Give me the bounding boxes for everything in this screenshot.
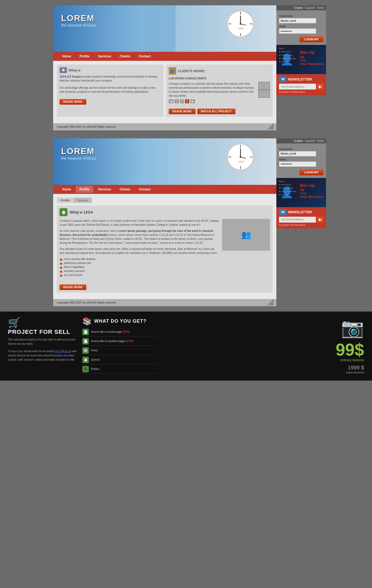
email-icon-2: ✉ xyxy=(279,209,286,215)
menu-item-3-2[interactable]: ● Cash Properties xyxy=(279,190,296,193)
banner-text-block-2: LOREM the measure of focus xyxy=(61,146,96,160)
svg-text:12GA: 12GA xyxy=(238,160,244,163)
profile-header: 📋 Witaj w 12GA xyxy=(60,208,270,216)
sale-left: 🛒 PROJECT FOR SELL This web layout proje… xyxy=(8,317,77,362)
read-more-1-button[interactable]: READE MORE xyxy=(60,99,86,105)
password-input-1[interactable] xyxy=(279,28,316,34)
nav-clients-2[interactable]: Clients xyxy=(116,186,134,193)
lang-english-1[interactable]: English xyxy=(294,6,303,9)
witaj-panel: 🖥 Witaj w 12GA (12 Gauge) provides busin… xyxy=(57,65,163,117)
nav-home-2[interactable]: Home xyxy=(58,186,75,193)
clients-text: Chicago Locations is a premier site that… xyxy=(169,82,256,98)
newsletter-submit-2[interactable]: ▶ xyxy=(317,217,323,223)
sale-middle: 📚 WHAT DO YOU GET? 📄 Source files to hom… xyxy=(82,317,157,375)
lang-espanol-2[interactable]: Espanol xyxy=(305,139,315,142)
lang-espanol-1[interactable]: Espanol xyxy=(305,6,315,9)
what-item-4-icon: 📋 xyxy=(82,357,89,363)
newsletter-email-1[interactable] xyxy=(279,84,316,90)
newsletter-email-2[interactable] xyxy=(279,217,316,223)
tab-profile[interactable]: Profile xyxy=(57,198,73,203)
prev-page[interactable]: ◀ xyxy=(169,99,174,103)
username-input-2[interactable] xyxy=(279,151,316,156)
nav-services[interactable]: Services xyxy=(94,53,115,60)
clock-decoration: 12GA xyxy=(226,9,255,39)
svg-text:12GA: 12GA xyxy=(238,27,244,30)
banner-subtitle: the measure of focus xyxy=(61,23,96,27)
bullet-item-2: publishing software like xyxy=(60,261,270,265)
newsletter-sub-2: a premier site that allows xyxy=(279,224,323,226)
sale-email-link[interactable]: hpc19@o2.pl xyxy=(55,350,70,353)
menu-item-2-2[interactable]: ● Local Listing xyxy=(279,186,296,190)
camera-icon: 📷 xyxy=(162,317,364,339)
what-item-2: 📄 Source files to another pages (PSD) xyxy=(82,338,157,346)
what-item-1-icon: 📄 xyxy=(82,329,89,335)
hero-banner: LOREM the measure of focus xyxy=(53,5,276,52)
promo-line1: Rev Up xyxy=(300,50,324,55)
email-icon-1: ✉ xyxy=(279,76,286,82)
password-label-1: Hasło: xyxy=(279,25,323,28)
newsletter-2: ✉ NEWSLETTER ▶ a premier site that allow… xyxy=(276,207,326,228)
lang-polski-1[interactable]: Polski xyxy=(317,6,324,9)
menu-item-1[interactable]: ● Total News xyxy=(279,50,296,54)
clients-heading: 👥 CLIENTS WORK: xyxy=(169,67,270,75)
nav-services-2[interactable]: Services xyxy=(94,186,115,193)
login-button-2[interactable]: LOGIN MY xyxy=(299,169,323,175)
clients-panel: 👥 CLIENTS WORK: LOCATION CONSULTANTS Chi… xyxy=(166,65,273,117)
promo-line2: Up xyxy=(300,55,324,59)
banner-text-block: LOREM the measure of focus xyxy=(61,13,96,27)
bullet-item-1: more recently with desktop xyxy=(60,257,270,261)
menu-item-3[interactable]: ● Cash Properties xyxy=(279,57,296,61)
newsletter-1: ✉ NEWSLETTER ▶ a premier site that allow… xyxy=(276,74,326,95)
witaj-heading: 🖥 Witaj w xyxy=(60,67,161,73)
tab-services[interactable]: Services xyxy=(73,198,92,203)
nav-home[interactable]: Home xyxy=(58,53,75,60)
newsletter-submit-1[interactable]: ▶ xyxy=(317,84,323,90)
newsletter-title-2: NEWSLETTER xyxy=(288,210,312,214)
page-3[interactable]: 3 xyxy=(185,99,189,103)
username-label-2: Użytkownik: xyxy=(279,148,323,151)
watch-all-button[interactable]: WATCH ALL PROJECT xyxy=(197,109,235,114)
what-item-5: 🖼 Photos xyxy=(82,366,157,374)
banner-title: LOREM xyxy=(61,13,96,23)
bullet-item-4: including versions xyxy=(60,269,270,273)
sale-basket-icon: 🛒 xyxy=(8,317,77,329)
nav-profile-2[interactable]: Profile xyxy=(76,186,93,193)
sidebar-lang-1: English Espanol Polski xyxy=(276,5,326,10)
main-navbar-2: Home Profile Services Clients Contact xyxy=(53,185,276,194)
page-1[interactable]: 1 xyxy=(175,99,179,103)
profile-title: Witaj w 12GA xyxy=(70,210,93,214)
password-input-2[interactable] xyxy=(279,161,316,167)
menu-label-2: Menu xyxy=(278,180,285,183)
lang-english-2[interactable]: English xyxy=(294,139,303,142)
sidebar-login-1: Użytkownik: Hasło: LOGIN MY xyxy=(276,10,326,45)
team-photo: 👥 xyxy=(222,219,270,251)
nav-contact-2[interactable]: Contact xyxy=(135,186,154,193)
banner-title-2: LOREM xyxy=(61,146,96,156)
footer-2: Copyright 2002-2007 by 12GA All Rights r… xyxy=(53,299,276,306)
price-label: ordinary licences xyxy=(162,358,364,362)
nav-clients[interactable]: Clients xyxy=(116,53,134,60)
read-more-2-button[interactable]: READE MORE xyxy=(169,109,196,114)
nav-contact[interactable]: Contact xyxy=(135,53,154,60)
username-input-1[interactable] xyxy=(279,18,316,23)
profile-content: Profile Services 📋 Witaj w 12GA 👥 Contra… xyxy=(53,194,276,299)
bullet-item-5: of Lorem Ipsum. xyxy=(60,273,270,277)
copyright-2: Copyright 2002-2007 by 12GA All Rights r… xyxy=(57,301,116,304)
read-more-profile-button[interactable]: READE MORE xyxy=(60,284,86,290)
next-page[interactable]: ▶ xyxy=(190,99,195,103)
menu-item-4[interactable]: ● Savings + xyxy=(279,60,296,64)
corner-decoration xyxy=(267,123,274,129)
menu-item-2[interactable]: ● Local Listing xyxy=(279,54,296,57)
menu-item-1-2[interactable]: ● Total News xyxy=(279,183,296,187)
nav-profile[interactable]: Profile xyxy=(76,53,93,60)
hero-banner-2: LOREM the measure of focus 12GA xyxy=(53,138,276,185)
price-extra: 1999 $ xyxy=(162,365,364,371)
what-item-3-icon: 🔤 xyxy=(82,347,89,354)
lang-polski-2[interactable]: Polski xyxy=(317,139,324,142)
menu-item-4-2[interactable]: ● Savings + xyxy=(279,193,296,197)
sale-desc-2: To buy it you should write me an email (… xyxy=(8,349,77,362)
clock-decoration-2: 12GA xyxy=(226,142,255,172)
page-2[interactable]: 2 xyxy=(180,99,184,103)
banner-subtitle-2: the measure of focus xyxy=(61,156,96,160)
login-button-1[interactable]: LOGIN MY xyxy=(299,36,323,42)
